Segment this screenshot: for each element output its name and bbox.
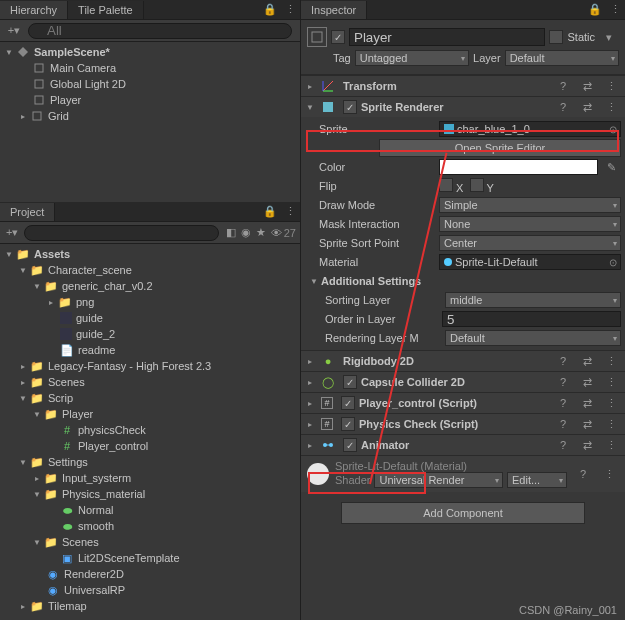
foldout-icon[interactable]: ▼ xyxy=(18,265,28,275)
foldout-icon[interactable]: ▼ xyxy=(32,489,42,499)
folder-row[interactable]: ▼📁Settings xyxy=(0,454,300,470)
folder-row[interactable]: ▸📁Scenes xyxy=(0,374,300,390)
enable-checkbox[interactable] xyxy=(343,438,357,452)
hierarchy-item[interactable]: ▸Grid xyxy=(0,108,300,124)
menu-icon[interactable]: ⋮ xyxy=(601,466,617,482)
menu-icon[interactable]: ⋮ xyxy=(603,437,619,453)
lock-icon[interactable]: 🔒 xyxy=(262,204,278,220)
static-checkbox[interactable] xyxy=(549,30,563,44)
folder-row[interactable]: ▸📁Input_systerm xyxy=(0,470,300,486)
foldout-icon[interactable]: ▸ xyxy=(305,377,315,387)
folder-row[interactable]: ▼📁Assets xyxy=(0,246,300,262)
foldout-icon[interactable]: ▸ xyxy=(18,111,28,121)
folder-row[interactable]: ▸📁png xyxy=(0,294,300,310)
enable-checkbox[interactable] xyxy=(343,375,357,389)
preset-icon[interactable]: ⇄ xyxy=(579,416,595,432)
sortpt-dropdown[interactable]: Center xyxy=(439,235,621,251)
active-checkbox[interactable] xyxy=(331,30,345,44)
foldout-icon[interactable]: ▸ xyxy=(305,419,315,429)
eyedropper-icon[interactable]: ✎ xyxy=(603,159,619,175)
hierarchy-item[interactable]: Player xyxy=(0,92,300,108)
foldout-icon[interactable]: ▸ xyxy=(305,440,315,450)
scene-row[interactable]: ▼ SampleScene* xyxy=(0,44,300,60)
preset-icon[interactable]: ⇄ xyxy=(579,437,595,453)
foldout-icon[interactable]: ▼ xyxy=(32,281,42,291)
menu-icon[interactable]: ⋮ xyxy=(607,2,623,18)
component-header-player-control[interactable]: ▸ # Player_control (Script) ?⇄⋮ xyxy=(301,393,625,413)
asset-row[interactable]: ⬬Normal xyxy=(0,502,300,518)
color-field[interactable] xyxy=(439,159,598,175)
add-component-button[interactable]: Add Component xyxy=(341,502,585,524)
foldout-icon[interactable]: ▸ xyxy=(18,377,28,387)
preset-icon[interactable]: ⇄ xyxy=(579,395,595,411)
menu-icon[interactable]: ⋮ xyxy=(603,78,619,94)
preset-icon[interactable]: ⇄ xyxy=(579,78,595,94)
layer-dropdown[interactable]: Default xyxy=(505,50,619,66)
tab-project[interactable]: Project xyxy=(0,203,55,221)
visibility-icon[interactable]: 👁 xyxy=(271,225,282,241)
edit-button[interactable]: Edit... xyxy=(507,472,567,488)
menu-icon[interactable]: ⋮ xyxy=(603,374,619,390)
shader-dropdown[interactable]: Universal Render xyxy=(374,472,503,488)
folder-row[interactable]: ▼📁Scenes xyxy=(0,534,300,550)
asset-row[interactable]: ⬬smooth xyxy=(0,518,300,534)
enable-checkbox[interactable] xyxy=(341,417,355,431)
asset-row[interactable]: ◉UniversalRP xyxy=(0,582,300,598)
hierarchy-item[interactable]: Main Camera xyxy=(0,60,300,76)
help-icon[interactable]: ? xyxy=(555,353,571,369)
help-icon[interactable]: ? xyxy=(555,395,571,411)
help-icon[interactable]: ? xyxy=(555,99,571,115)
folder-row[interactable]: ▼📁Physics_material xyxy=(0,486,300,502)
asset-row[interactable]: 📄readme xyxy=(0,342,300,358)
preset-icon[interactable]: ⇄ xyxy=(579,99,595,115)
menu-icon[interactable]: ⋮ xyxy=(282,2,298,18)
component-header-physics-check[interactable]: ▸ # Physics Check (Script) ?⇄⋮ xyxy=(301,414,625,434)
enable-checkbox[interactable] xyxy=(343,100,357,114)
favorite-icon[interactable]: ★ xyxy=(256,225,267,241)
mask-dropdown[interactable]: None xyxy=(439,216,621,232)
folder-row[interactable]: ▼📁Character_scene xyxy=(0,262,300,278)
folder-row[interactable]: ▼📁Scrip xyxy=(0,390,300,406)
lock-icon[interactable]: 🔒 xyxy=(587,2,603,18)
sortlayer-dropdown[interactable]: middle xyxy=(445,292,621,308)
menu-icon[interactable]: ⋮ xyxy=(603,353,619,369)
hierarchy-search[interactable] xyxy=(28,23,292,39)
filter-icon[interactable]: ◉ xyxy=(241,225,252,241)
foldout-icon[interactable]: ▸ xyxy=(32,473,42,483)
create-icon[interactable]: +▾ xyxy=(6,23,22,39)
gameobject-name[interactable] xyxy=(349,28,545,46)
component-header-sprite-renderer[interactable]: ▼ Sprite Renderer ? ⇄ ⋮ xyxy=(301,97,625,117)
foldout-icon[interactable]: ▼ xyxy=(309,276,319,286)
tab-inspector[interactable]: Inspector xyxy=(301,1,367,19)
foldout-icon[interactable]: ▸ xyxy=(305,398,315,408)
component-header-animator[interactable]: ▸ Animator ?⇄⋮ xyxy=(301,435,625,455)
enable-checkbox[interactable] xyxy=(341,396,355,410)
menu-icon[interactable]: ⋮ xyxy=(603,395,619,411)
help-icon[interactable]: ? xyxy=(555,78,571,94)
tab-hierarchy[interactable]: Hierarchy xyxy=(0,1,68,19)
renderlayer-dropdown[interactable]: Default xyxy=(445,330,621,346)
asset-row[interactable]: ◉Renderer2D xyxy=(0,566,300,582)
foldout-icon[interactable]: ▼ xyxy=(18,393,28,403)
open-sprite-editor-button[interactable]: Open Sprite Editor xyxy=(379,139,621,157)
foldout-icon[interactable]: ▸ xyxy=(305,356,315,366)
help-icon[interactable]: ? xyxy=(555,437,571,453)
menu-icon[interactable]: ⋮ xyxy=(282,204,298,220)
component-header-rigidbody[interactable]: ▸ ● Rigidbody 2D ?⇄⋮ xyxy=(301,351,625,371)
foldout-icon[interactable]: ▸ xyxy=(46,297,56,307)
foldout-icon[interactable]: ▼ xyxy=(32,537,42,547)
order-field[interactable] xyxy=(442,311,621,327)
sprite-field[interactable]: char_blue_1_0 xyxy=(439,121,621,137)
help-icon[interactable]: ? xyxy=(575,466,591,482)
material-block[interactable]: Sprite-Lit-Default (Material) Shader Uni… xyxy=(301,455,625,492)
asset-row[interactable]: #physicsCheck xyxy=(0,422,300,438)
folder-row[interactable]: ▼📁generic_char_v0.2 xyxy=(0,278,300,294)
foldout-icon[interactable]: ▼ xyxy=(18,457,28,467)
flip-y-checkbox[interactable] xyxy=(470,178,484,192)
help-icon[interactable]: ? xyxy=(555,416,571,432)
asset-row[interactable]: #Player_control xyxy=(0,438,300,454)
foldout-icon[interactable]: ▸ xyxy=(18,361,28,371)
create-icon[interactable]: +▾ xyxy=(6,225,18,241)
project-search[interactable] xyxy=(24,225,219,241)
foldout-icon[interactable]: ▼ xyxy=(32,409,42,419)
